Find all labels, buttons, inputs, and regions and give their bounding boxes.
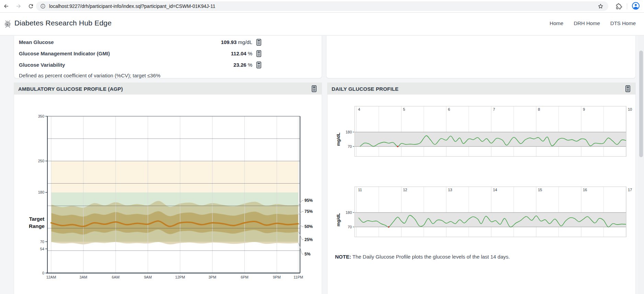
svg-text:5: 5 (403, 107, 405, 111)
metric-row-glucose-variability: Glucose Variability 23.26 % (19, 59, 262, 70)
metric-unit: mg/dL (238, 39, 252, 45)
scrollbar[interactable] (638, 13, 644, 294)
note-label: NOTE: (335, 254, 351, 260)
daily-panel-header: DAILY GLUCOSE PROFILE (327, 83, 635, 95)
svg-text:350: 350 (38, 114, 44, 118)
daily-panel-title: DAILY GLUCOSE PROFILE (332, 86, 399, 92)
svg-text:70: 70 (348, 144, 352, 149)
site-info-icon[interactable] (40, 3, 46, 9)
calculator-icon[interactable] (255, 50, 262, 57)
svg-text:250: 250 (38, 159, 44, 163)
metric-label: Glucose Variability (19, 62, 65, 68)
svg-text:95%: 95% (304, 198, 313, 203)
svg-text:12: 12 (403, 188, 407, 192)
nav-link-home[interactable]: Home (550, 20, 563, 26)
svg-text:8: 8 (538, 107, 540, 111)
daily-chart-week2: 1112131415161718070mg/dL (327, 183, 636, 243)
back-icon[interactable] (2, 2, 10, 10)
browser-chrome: localhost:9227/drh/participant-info/inde… (0, 0, 644, 13)
chip-logo-icon (3, 19, 12, 30)
metric-value: 112.04 (231, 51, 246, 56)
svg-text:17: 17 (628, 188, 632, 192)
svg-text:9AM: 9AM (144, 275, 152, 279)
toolbar-divider (627, 3, 627, 9)
svg-text:16: 16 (583, 188, 587, 192)
metric-label: Mean Glucose (19, 39, 54, 45)
daily-glucose-panel: DAILY GLUCOSE PROFILE 4567891018070mg/dL… (327, 83, 636, 294)
forward-icon[interactable] (14, 2, 23, 10)
svg-text:6PM: 6PM (241, 275, 249, 279)
svg-text:10: 10 (628, 107, 632, 111)
metric-value: 109.93 (221, 39, 237, 45)
agp-panel-header: AMBULATORY GLUCOSE PROFILE (AGP) (14, 83, 322, 95)
svg-text:54: 54 (40, 247, 44, 251)
reload-icon[interactable] (27, 2, 35, 10)
agp-panel-title: AMBULATORY GLUCOSE PROFILE (AGP) (18, 86, 123, 92)
svg-text:Target: Target (29, 216, 45, 222)
metric-row-gmi: Glucose Management Indicator (GMI) 112.0… (19, 48, 262, 59)
url-text: localhost:9227/drh/participant-info/inde… (49, 3, 215, 9)
svg-text:70: 70 (348, 225, 352, 229)
profile-icon[interactable] (632, 2, 640, 10)
svg-text:3PM: 3PM (208, 275, 216, 279)
svg-text:11: 11 (358, 188, 362, 192)
nav-link-dts-home[interactable]: DTS Home (610, 20, 636, 26)
svg-text:180: 180 (38, 190, 44, 194)
calculator-icon[interactable] (624, 85, 631, 92)
svg-text:14: 14 (493, 188, 497, 192)
empty-card (326, 36, 636, 78)
app-header: Diabetes Research Hub Edge Home DRH Home… (0, 13, 644, 35)
main-nav: Home DRH Home DTS Home (550, 20, 636, 26)
agp-chart: 0547018025035012AM3AM6AM9AM12PM3PM6PM9PM… (14, 95, 322, 294)
svg-text:6AM: 6AM (112, 275, 120, 279)
svg-text:25%: 25% (304, 237, 313, 242)
glucose-metrics-card: Mean Glucose 109.93 mg/dL Glucose Manage… (14, 36, 322, 78)
svg-text:4: 4 (358, 107, 360, 111)
svg-text:0: 0 (42, 271, 44, 275)
svg-text:50%: 50% (304, 224, 313, 229)
svg-text:11PM: 11PM (294, 275, 303, 279)
svg-text:75%: 75% (304, 209, 313, 214)
bookmark-star-icon[interactable] (596, 2, 605, 10)
svg-text:70: 70 (40, 240, 44, 244)
scrollbar-thumb[interactable] (639, 51, 643, 157)
metric-unit: % (248, 62, 252, 68)
svg-text:mg/dL: mg/dL (336, 213, 341, 226)
note-text: The Daily Glucose Profile plots the gluc… (351, 254, 510, 260)
svg-text:mg/dL: mg/dL (336, 132, 341, 146)
nav-link-drh-home[interactable]: DRH Home (574, 20, 600, 26)
calculator-icon[interactable] (255, 39, 262, 46)
address-bar[interactable]: localhost:9227/drh/participant-info/inde… (36, 1, 608, 11)
agp-panel: AMBULATORY GLUCOSE PROFILE (AGP) 0547018… (14, 83, 322, 294)
variability-footnote: Defined as percent coefficient of variat… (19, 73, 262, 78)
metric-value: 23.26 (233, 62, 246, 68)
app-title: Diabetes Research Hub Edge (14, 19, 112, 27)
extensions-icon[interactable] (614, 2, 623, 10)
daily-chart-week1: 4567891018070mg/dL (327, 102, 636, 162)
svg-text:180: 180 (346, 130, 352, 134)
calculator-icon[interactable] (311, 85, 318, 92)
svg-text:7: 7 (493, 107, 495, 111)
svg-text:9: 9 (583, 107, 585, 111)
svg-text:12AM: 12AM (46, 275, 56, 279)
metric-row-mean-glucose: Mean Glucose 109.93 mg/dL (19, 36, 262, 48)
metric-label: Glucose Management Indicator (GMI) (19, 51, 110, 56)
metric-unit: % (248, 51, 252, 56)
svg-text:5%: 5% (304, 252, 311, 257)
calculator-icon[interactable] (255, 62, 262, 68)
svg-text:180: 180 (346, 210, 352, 215)
svg-text:Range: Range (29, 223, 45, 229)
svg-text:3AM: 3AM (80, 275, 88, 279)
svg-text:13: 13 (448, 188, 452, 192)
daily-profile-note: NOTE: The Daily Glucose Profile plots th… (335, 254, 510, 260)
svg-text:6: 6 (448, 107, 450, 111)
svg-text:9PM: 9PM (273, 275, 281, 279)
svg-text:15: 15 (538, 188, 542, 192)
svg-text:12PM: 12PM (175, 275, 185, 279)
